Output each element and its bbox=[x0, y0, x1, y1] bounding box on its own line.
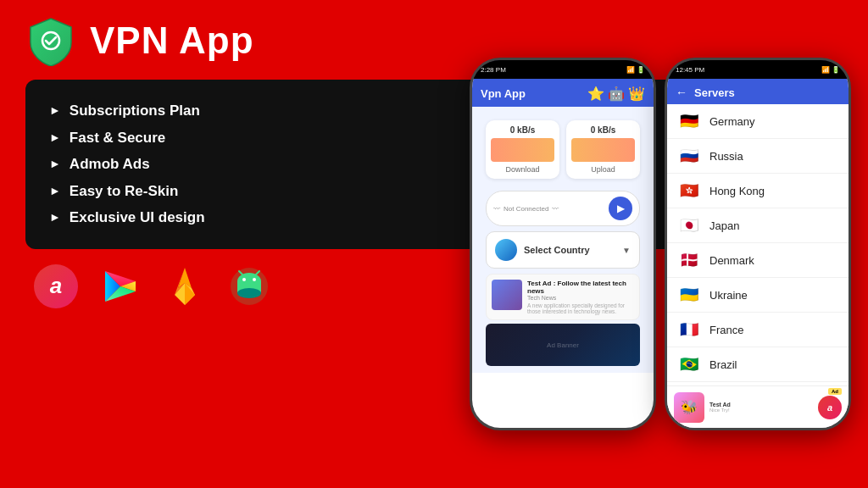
admob-icon: a bbox=[34, 264, 78, 308]
arrow-icon-1: ► bbox=[49, 102, 61, 119]
country-flag: 🇷🇺 bbox=[677, 147, 701, 164]
country-flag: 🇺🇦 bbox=[677, 286, 701, 303]
phone2-ad-icon: 🐝 bbox=[674, 392, 704, 423]
country-name: Germany bbox=[709, 115, 754, 128]
country-name: Denmark bbox=[709, 254, 754, 267]
server-item[interactable]: 🇩🇰 Denmark bbox=[667, 243, 849, 278]
country-flag: 🇧🇷 bbox=[677, 356, 701, 373]
server-item[interactable]: 🇷🇺 Russia bbox=[667, 139, 849, 174]
phone1-app-header: Vpn App ⭐ 🤖 👑 bbox=[472, 79, 654, 107]
select-country-button[interactable]: Select Country ▼ bbox=[486, 231, 640, 269]
vpn-shield-logo bbox=[25, 15, 76, 66]
country-name: Japan bbox=[709, 219, 739, 232]
arrow-icon-4: ► bbox=[49, 182, 61, 200]
arrow-icon-3: ► bbox=[49, 155, 61, 173]
phone1-header-icons: ⭐ 🤖 👑 bbox=[587, 86, 645, 102]
svg-point-12 bbox=[237, 288, 261, 298]
country-flag: 🇩🇪 bbox=[677, 113, 701, 130]
phone2-status-bar: 12:45 PM 📶 🔋 bbox=[667, 60, 849, 79]
country-name: Brazil bbox=[709, 358, 737, 371]
phone2-screen: ← Servers 🇩🇪 Germany 🇷🇺 Russia 🇭🇰 Hong K… bbox=[667, 79, 849, 428]
ad-box: Test Ad : Follow the latest tech news Te… bbox=[486, 274, 640, 320]
phones-container: 2:28 PM 📶 🔋 Vpn App ⭐ 🤖 👑 0 kB/s Downloa… bbox=[470, 0, 851, 488]
country-name: Russia bbox=[709, 150, 743, 163]
svg-point-13 bbox=[242, 278, 246, 281]
upload-card: 0 kB/s Upload bbox=[566, 120, 640, 179]
country-name: Hong Kong bbox=[709, 185, 765, 197]
admob-small-icon: a bbox=[818, 396, 842, 419]
ad-thumbnail bbox=[492, 280, 522, 310]
phone1-screen: Vpn App ⭐ 🤖 👑 0 kB/s Download 0 kB/s bbox=[472, 79, 654, 428]
globe-icon bbox=[495, 239, 517, 261]
server-item[interactable]: 🇭🇰 Hong Kong bbox=[667, 174, 849, 208]
phone-mockup-2: 12:45 PM 📶 🔋 ← Servers 🇩🇪 Germany 🇷🇺 Rus… bbox=[665, 58, 851, 430]
android-studio-icon bbox=[227, 264, 271, 308]
country-flag: 🇭🇰 bbox=[677, 182, 701, 199]
server-item[interactable]: 🇫🇷 France bbox=[667, 313, 849, 347]
server-item[interactable]: 🇧🇷 Brazil bbox=[667, 347, 849, 382]
arrow-icon-5: ► bbox=[49, 208, 61, 226]
firebase-icon bbox=[163, 264, 207, 308]
connection-status-row[interactable]: 〰 Not Connected 〰 ▶ bbox=[486, 191, 640, 226]
arrow-icon-2: ► bbox=[49, 129, 61, 147]
country-name: Ukraine bbox=[709, 289, 748, 302]
upload-graph bbox=[571, 138, 635, 162]
chevron-down-icon: ▼ bbox=[622, 246, 631, 255]
phone1-status-bar: 2:28 PM 📶 🔋 bbox=[472, 60, 654, 79]
ad-content: Test Ad : Follow the latest tech news Te… bbox=[527, 280, 634, 314]
server-item[interactable]: 🇩🇪 Germany bbox=[667, 104, 849, 139]
speed-cards: 0 kB/s Download 0 kB/s Upload bbox=[479, 114, 647, 186]
server-item[interactable]: 🇺🇦 Ukraine bbox=[667, 278, 849, 313]
connect-button[interactable]: ▶ bbox=[609, 197, 632, 220]
phone2-app-header: ← Servers bbox=[667, 79, 849, 104]
phone-mockup-1: 2:28 PM 📶 🔋 Vpn App ⭐ 🤖 👑 0 kB/s Downloa… bbox=[470, 58, 656, 430]
back-button[interactable]: ← bbox=[676, 86, 687, 99]
not-connected-label: 〰 Not Connected 〰 bbox=[493, 205, 559, 213]
svg-point-14 bbox=[253, 278, 256, 281]
country-flag: 🇫🇷 bbox=[677, 321, 701, 338]
playstore-icon bbox=[98, 264, 142, 308]
country-name: France bbox=[709, 324, 743, 336]
download-graph bbox=[491, 138, 554, 162]
ad-banner: Ad Banner bbox=[486, 324, 640, 366]
server-list: 🇩🇪 Germany 🇷🇺 Russia 🇭🇰 Hong Kong 🇯🇵 Jap… bbox=[667, 104, 849, 382]
ad-label: Ad bbox=[828, 388, 842, 395]
download-card: 0 kB/s Download bbox=[486, 120, 559, 179]
country-flag: 🇯🇵 bbox=[677, 217, 701, 234]
app-title: VPN App bbox=[90, 19, 254, 62]
server-item[interactable]: 🇯🇵 Japan bbox=[667, 208, 849, 243]
country-flag: 🇩🇰 bbox=[677, 252, 701, 269]
phone2-ad-banner: 🐝 Test Ad Nice Try! Ad a bbox=[667, 385, 849, 428]
